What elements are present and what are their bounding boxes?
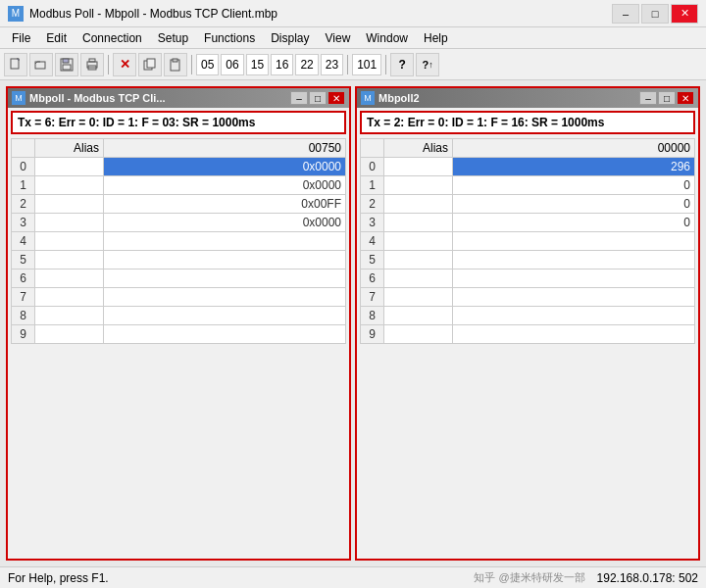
row-number: 3 bbox=[12, 214, 35, 232]
menu-display[interactable]: Display bbox=[263, 29, 317, 47]
menu-setup[interactable]: Setup bbox=[150, 29, 196, 47]
row-number: 7 bbox=[361, 288, 384, 307]
row-number: 6 bbox=[12, 270, 35, 288]
th-value-2: 00000 bbox=[453, 139, 695, 158]
title-bar-buttons: – □ ✕ bbox=[612, 4, 698, 24]
row-alias bbox=[35, 232, 104, 251]
new-button[interactable] bbox=[4, 53, 27, 76]
row-value: 0x00FF bbox=[104, 195, 346, 214]
subwindow-1-title-left: M Mbpoll - Modbus TCP Cli... bbox=[12, 91, 166, 105]
subwindow-2-titlebar: M Mbpoll2 – □ ✕ bbox=[357, 88, 698, 108]
row-number: 8 bbox=[12, 307, 35, 325]
row-number: 1 bbox=[12, 176, 35, 195]
menu-file[interactable]: File bbox=[4, 29, 38, 47]
about-button[interactable]: ?↑ bbox=[416, 53, 439, 76]
row-number: 5 bbox=[361, 251, 384, 270]
delete-button[interactable]: ✕ bbox=[113, 53, 136, 76]
table-row: 00x0000 bbox=[12, 158, 346, 176]
row-alias bbox=[35, 195, 104, 214]
open-button[interactable] bbox=[29, 53, 53, 76]
main-content: M Mbpoll - Modbus TCP Cli... – □ ✕ Tx = … bbox=[0, 80, 706, 566]
watermark: 知乎 @捷米特研发一部 bbox=[474, 570, 584, 585]
tb-fn-15[interactable]: 15 bbox=[246, 54, 269, 75]
copy-button[interactable] bbox=[138, 53, 162, 76]
row-alias bbox=[35, 176, 104, 195]
subwindow-2-buttons: – □ ✕ bbox=[639, 91, 694, 105]
row-value bbox=[104, 251, 346, 270]
row-alias bbox=[384, 288, 453, 307]
save-button[interactable] bbox=[55, 53, 78, 76]
subwindow-1-close[interactable]: ✕ bbox=[328, 91, 345, 105]
row-value: 0x0000 bbox=[104, 158, 346, 176]
th-empty-2 bbox=[361, 139, 384, 158]
table-row: 4 bbox=[361, 232, 695, 251]
row-number: 2 bbox=[361, 195, 384, 214]
subwindow-1-minimize[interactable]: – bbox=[290, 91, 308, 105]
tb-fn-23[interactable]: 23 bbox=[321, 54, 343, 75]
table-row: 5 bbox=[12, 251, 346, 270]
toolbar-separator-2 bbox=[191, 55, 192, 74]
table-row: 7 bbox=[12, 288, 346, 307]
table-1: Alias 00750 00x000010x000020x00FF30x0000… bbox=[11, 138, 346, 344]
row-alias bbox=[384, 270, 453, 288]
row-value: 296 bbox=[453, 158, 695, 176]
paste-button[interactable] bbox=[164, 53, 187, 76]
help-text: For Help, press F1. bbox=[8, 571, 109, 585]
table-2: Alias 00000 0296102030456789 bbox=[360, 138, 695, 344]
menu-connection[interactable]: Connection bbox=[75, 29, 150, 47]
subwindow-2-title-left: M Mbpoll2 bbox=[361, 91, 420, 105]
row-number: 3 bbox=[361, 214, 384, 232]
subwindow-1-titlebar: M Mbpoll - Modbus TCP Cli... – □ ✕ bbox=[8, 88, 349, 108]
table-row: 5 bbox=[361, 251, 695, 270]
subwindow-2-status: Tx = 2: Err = 0: ID = 1: F = 16: SR = 10… bbox=[360, 111, 695, 134]
row-number: 4 bbox=[12, 232, 35, 251]
row-value bbox=[104, 232, 346, 251]
tb-fn-06[interactable]: 06 bbox=[221, 54, 243, 75]
menu-window[interactable]: Window bbox=[358, 29, 416, 47]
table-row: 10 bbox=[361, 176, 695, 195]
maximize-button[interactable]: □ bbox=[641, 4, 669, 24]
row-number: 9 bbox=[12, 325, 35, 344]
row-number: 4 bbox=[361, 232, 384, 251]
svg-rect-11 bbox=[173, 59, 177, 62]
menu-edit[interactable]: Edit bbox=[38, 29, 75, 47]
minimize-button[interactable]: – bbox=[612, 4, 639, 24]
row-value bbox=[104, 307, 346, 325]
row-number: 0 bbox=[12, 158, 35, 176]
row-alias bbox=[384, 307, 453, 325]
tb-fn-101[interactable]: 101 bbox=[352, 54, 381, 75]
subwindow-1-buttons: – □ ✕ bbox=[290, 91, 345, 105]
table-row: 6 bbox=[12, 270, 346, 288]
row-value bbox=[104, 288, 346, 307]
toolbar-separator-4 bbox=[385, 55, 386, 74]
row-alias bbox=[384, 232, 453, 251]
row-value bbox=[453, 307, 695, 325]
print-button[interactable] bbox=[80, 53, 104, 76]
menu-view[interactable]: View bbox=[318, 29, 359, 47]
menu-help[interactable]: Help bbox=[416, 29, 456, 47]
subwindow-1-status: Tx = 6: Err = 0: ID = 1: F = 03: SR = 10… bbox=[11, 111, 346, 134]
row-alias bbox=[384, 176, 453, 195]
help-button[interactable]: ? bbox=[390, 53, 414, 76]
row-value bbox=[453, 251, 695, 270]
table-row: 6 bbox=[361, 270, 695, 288]
row-number: 8 bbox=[361, 307, 384, 325]
tb-fn-05[interactable]: 05 bbox=[196, 54, 219, 75]
tb-fn-22[interactable]: 22 bbox=[295, 54, 318, 75]
subwindow-2-close[interactable]: ✕ bbox=[677, 91, 694, 105]
table-row: 20x00FF bbox=[12, 195, 346, 214]
table-row: 10x0000 bbox=[12, 176, 346, 195]
table-row: 8 bbox=[361, 307, 695, 325]
subwindow-1-maximize[interactable]: □ bbox=[309, 91, 327, 105]
subwindow-2-minimize[interactable]: – bbox=[639, 91, 657, 105]
table-row: 30 bbox=[361, 214, 695, 232]
tb-fn-16[interactable]: 16 bbox=[271, 54, 293, 75]
table-row: 30x0000 bbox=[12, 214, 346, 232]
subwindow-2-maximize[interactable]: □ bbox=[658, 91, 676, 105]
row-value: 0x0000 bbox=[104, 176, 346, 195]
close-button[interactable]: ✕ bbox=[671, 4, 698, 24]
row-alias bbox=[384, 195, 453, 214]
svg-rect-3 bbox=[63, 59, 69, 63]
title-bar-left: M Modbus Poll - Mbpoll - Modbus TCP Clie… bbox=[8, 6, 277, 22]
menu-functions[interactable]: Functions bbox=[196, 29, 263, 47]
